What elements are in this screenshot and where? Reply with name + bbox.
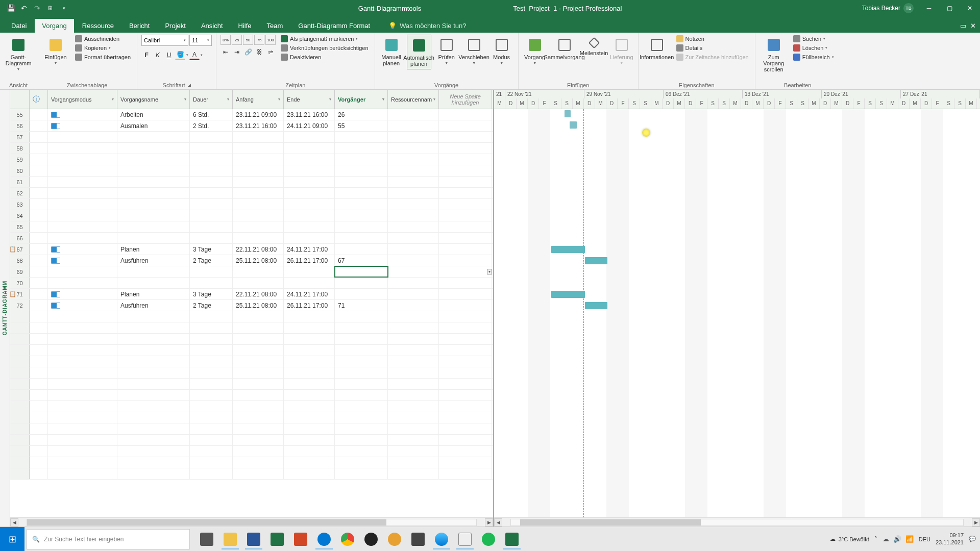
cell-start[interactable] [233, 322, 284, 333]
row-number[interactable]: 65 [10, 221, 30, 232]
cell-end[interactable] [284, 379, 335, 389]
cell-new[interactable] [439, 468, 492, 479]
cell-mode[interactable] [48, 255, 117, 266]
cell-name[interactable] [117, 390, 190, 400]
cell-resources[interactable] [388, 457, 439, 468]
cell-end[interactable] [284, 221, 335, 232]
cell-start[interactable]: 22.11.21 08:00 [233, 244, 284, 255]
cell-mode[interactable] [48, 457, 117, 468]
cell-resources[interactable] [388, 334, 439, 344]
table-row[interactable]: 61 [10, 177, 493, 188]
cell-end[interactable] [284, 334, 335, 344]
notifications-icon[interactable]: 💬 [969, 536, 976, 542]
cell-end[interactable] [284, 401, 335, 412]
row-number[interactable]: 72 [10, 300, 30, 311]
cell-new[interactable] [439, 457, 492, 468]
outdent-button[interactable]: ⇤ [220, 47, 231, 57]
obs-button[interactable] [360, 529, 382, 549]
cell-resources[interactable] [388, 221, 439, 232]
project-button[interactable] [501, 529, 523, 549]
cell-name[interactable] [117, 165, 190, 176]
cell-end[interactable] [284, 356, 335, 367]
table-row[interactable]: 55 Arbeiten 6 Std. 23.11.21 09:00 23.11.… [10, 109, 493, 120]
cell-new[interactable] [439, 132, 492, 142]
cell-new[interactable] [439, 390, 492, 400]
gantt-timescale[interactable]: 2122 Nov '2129 Nov '2106 Dez '2113 Dez '… [494, 90, 980, 109]
progress-75-button[interactable]: 75 [254, 35, 264, 45]
cell-duration[interactable] [190, 367, 233, 378]
col-anfang[interactable]: Anfang▾ [233, 90, 284, 109]
table-row[interactable]: 62 [10, 188, 493, 199]
cell-name[interactable] [117, 177, 190, 187]
tab-projekt[interactable]: Projekt [158, 19, 192, 33]
cell-mode[interactable] [48, 132, 117, 142]
cell-mode[interactable] [48, 446, 117, 457]
col-rownum[interactable] [10, 90, 30, 109]
cell-predecessor[interactable] [335, 143, 388, 154]
table-row[interactable] [10, 367, 493, 379]
cell-start[interactable] [233, 367, 284, 378]
cell-duration[interactable] [190, 390, 233, 400]
row-number[interactable] [10, 322, 30, 333]
spotify-button[interactable] [478, 529, 499, 549]
edge-button[interactable] [313, 529, 335, 549]
tab-bericht[interactable]: Bericht [122, 19, 157, 33]
cell-mode[interactable] [48, 199, 117, 210]
cell-mode[interactable] [48, 210, 117, 221]
row-number[interactable] [10, 334, 30, 344]
cell-info[interactable] [30, 412, 48, 423]
app2-button[interactable] [407, 529, 429, 549]
windows-search[interactable]: 🔍 Zur Suche Text hier eingeben [27, 529, 190, 549]
cell-info[interactable] [30, 289, 48, 299]
tray-expand-icon[interactable]: ˄ [874, 536, 877, 542]
cell-start[interactable]: 25.11.21 08:00 [233, 300, 284, 311]
cell-mode[interactable] [48, 390, 117, 400]
cell-name[interactable]: Planen [117, 244, 190, 255]
cell-name[interactable] [117, 221, 190, 232]
table-row[interactable]: 68 Ausführen 2 Tage 25.11.21 08:00 26.11… [10, 255, 493, 266]
gantt-bar[interactable] [585, 257, 607, 264]
cell-mode[interactable] [48, 311, 117, 322]
start-button[interactable]: ⊞ [0, 527, 24, 552]
cell-name[interactable] [117, 188, 190, 198]
task-button[interactable]: Vorgang▼ [523, 35, 547, 67]
row-number[interactable]: 71📋 [10, 289, 30, 299]
table-row[interactable]: 60 [10, 165, 493, 177]
row-number[interactable]: 67📋 [10, 244, 30, 255]
cell-info[interactable] [30, 143, 48, 154]
col-add-new[interactable]: Neue Spalte hinzufügen [439, 90, 492, 109]
explorer-button[interactable] [219, 529, 241, 549]
cell-info[interactable] [30, 278, 48, 288]
cell-predecessor[interactable] [335, 446, 388, 457]
cell-name[interactable] [117, 154, 190, 165]
gantt-body[interactable] [494, 109, 980, 517]
cell-duration[interactable] [190, 177, 233, 187]
cell-mode[interactable] [48, 221, 117, 232]
table-row[interactable]: 63 [10, 199, 493, 210]
cell-start[interactable] [233, 177, 284, 187]
cell-start[interactable] [233, 188, 284, 198]
find-button[interactable]: Suchen▾ [791, 35, 836, 43]
cell-duration[interactable]: 2 Tage [190, 300, 233, 311]
cell-end[interactable] [284, 154, 335, 165]
cell-mode[interactable] [48, 345, 117, 356]
cell-start[interactable] [233, 435, 284, 445]
cell-new[interactable] [439, 255, 492, 266]
paste-button[interactable]: Einfügen ▼ [41, 35, 70, 67]
cell-resources[interactable] [388, 210, 439, 221]
tab-ansicht[interactable]: Ansicht [194, 19, 230, 33]
font-size-select[interactable]: 11▾ [189, 35, 212, 46]
scroll-left-icon[interactable]: ◀ [10, 518, 18, 527]
cell-info[interactable] [30, 255, 48, 266]
cell-end[interactable] [284, 199, 335, 210]
cell-info[interactable] [30, 188, 48, 198]
cell-end[interactable]: 26.11.21 17:00 [284, 300, 335, 311]
ribbon-display-icon[interactable]: ▭ [960, 22, 966, 30]
cell-resources[interactable] [388, 165, 439, 176]
cell-predecessor[interactable] [335, 311, 388, 322]
col-vorgangsmodus[interactable]: Vorgangsmodus▾ [48, 90, 117, 109]
row-number[interactable] [10, 311, 30, 322]
cell-info[interactable] [30, 210, 48, 221]
cell-mode[interactable] [48, 165, 117, 176]
cell-start[interactable] [233, 154, 284, 165]
